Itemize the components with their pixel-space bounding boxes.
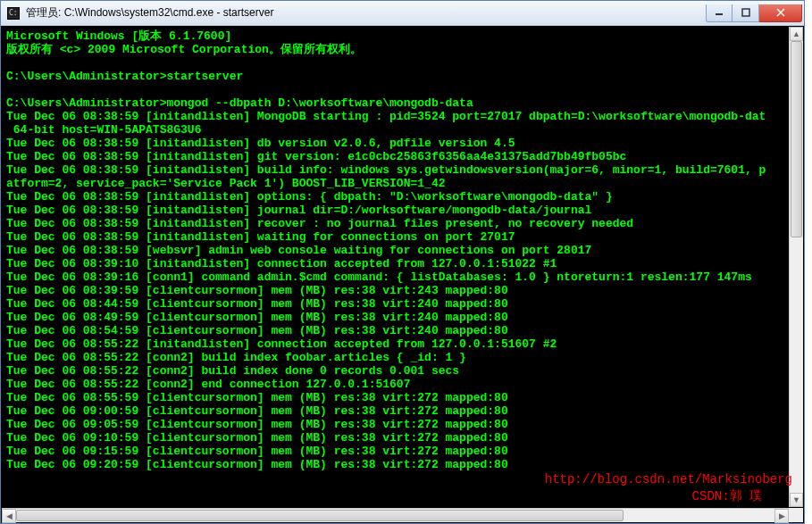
window-controls	[706, 4, 802, 22]
scroll-up-button[interactable]: ▲	[790, 27, 803, 41]
scroll-thumb-horizontal[interactable]	[16, 510, 624, 521]
vertical-scrollbar[interactable]: ▲ ▼	[789, 27, 803, 507]
scroll-thumb-vertical[interactable]	[791, 41, 802, 237]
close-button[interactable]	[759, 4, 802, 22]
svg-rect-4	[742, 9, 749, 16]
scroll-track-horizontal[interactable]	[16, 509, 774, 522]
svg-rect-3	[716, 13, 723, 15]
scroll-track-vertical[interactable]	[790, 41, 803, 493]
cmd-window: C: 管理员: C:\Windows\system32\cmd.exe - st…	[0, 0, 805, 524]
maximize-button[interactable]	[732, 4, 759, 22]
scroll-down-button[interactable]: ▼	[790, 493, 803, 507]
minimize-button[interactable]	[706, 4, 732, 22]
terminal-output[interactable]: Microsoft Windows [版本 6.1.7600] 版权所有 <c>…	[1, 26, 804, 523]
window-title: 管理员: C:\Windows\system32\cmd.exe - start…	[26, 5, 706, 21]
horizontal-scrollbar[interactable]: ◀ ▶	[2, 508, 789, 522]
titlebar[interactable]: C: 管理员: C:\Windows\system32\cmd.exe - st…	[1, 1, 804, 26]
svg-text:C:: C:	[9, 9, 18, 17]
watermark-credit: CSDN:郭 璞	[692, 488, 762, 504]
scroll-left-button[interactable]: ◀	[2, 509, 16, 523]
watermark-url: http://blog.csdn.net/Marksinoberg	[545, 472, 792, 487]
scroll-right-button[interactable]: ▶	[774, 509, 789, 523]
scrollbar-corner	[789, 508, 803, 522]
cmd-icon: C:	[6, 6, 21, 21]
